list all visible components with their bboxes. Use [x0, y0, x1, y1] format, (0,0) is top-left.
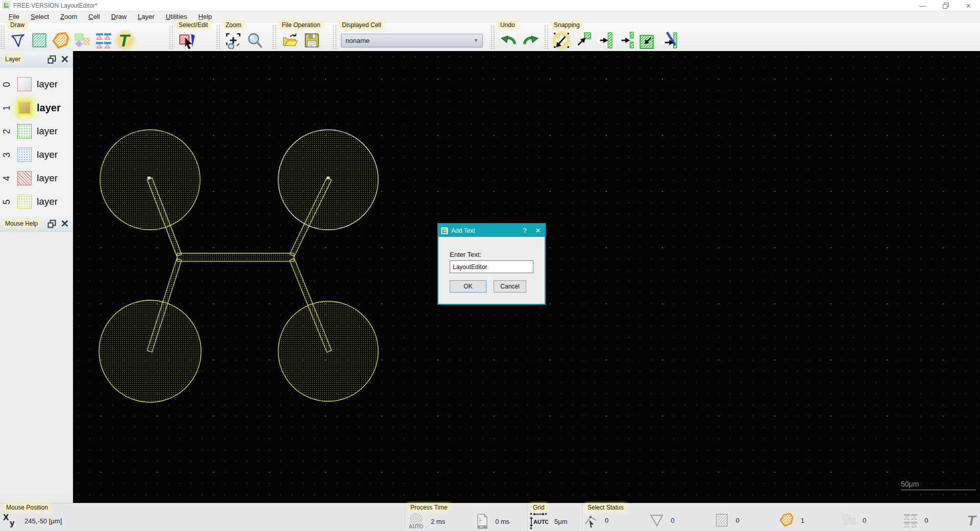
select-status-label: Select Status	[585, 504, 626, 511]
draw-cellref-icon	[95, 32, 112, 49]
dialog-help-button[interactable]: ?	[518, 227, 531, 234]
ok-button[interactable]: OK	[450, 280, 486, 293]
zoom-fit-icon	[225, 32, 242, 49]
layer-panel-float-button[interactable]	[45, 53, 58, 65]
zoom-fit-button[interactable]	[223, 30, 244, 51]
toolbar-group-draw: Draw	[0, 22, 168, 51]
layer-list: 0 layer 1 layer 2 layer 3 layer 4	[0, 67, 73, 215]
mouse-help-close-button[interactable]: ✕	[59, 218, 71, 230]
snap-area-button[interactable]	[636, 30, 658, 51]
toolbar-group-displayed-cell: Displayed Cell noname ▼	[332, 22, 490, 51]
layer-panel-header: Layer ✕	[0, 51, 73, 67]
layer-swatch-5[interactable]	[17, 195, 32, 209]
select-status-section: Select Status 0 0 0	[582, 503, 979, 531]
undo-icon	[500, 31, 518, 50]
layout-editor-window: FREE VERSION LayoutEditor* — ✕ File Sele…	[0, 0, 980, 531]
text-input[interactable]	[450, 260, 533, 273]
menu-zoom[interactable]: Zoom	[55, 12, 83, 21]
snap-intersection-button[interactable]	[658, 30, 679, 51]
snap-corner-button[interactable]	[572, 30, 594, 51]
toolbar-group-zoom: Zoom	[215, 22, 272, 51]
layer-swatch-3[interactable]	[17, 148, 32, 162]
layer-label: layer	[37, 126, 58, 137]
toolbar-group-undo: Undo	[490, 22, 544, 51]
menu-layer[interactable]: Layer	[132, 12, 160, 21]
layer-label: layer	[37, 196, 58, 207]
snap-grid-button[interactable]	[551, 30, 572, 51]
layer-number: 5	[2, 195, 12, 208]
undo-button[interactable]	[498, 30, 520, 51]
layer-swatch-2[interactable]	[17, 124, 32, 138]
magnifier-button[interactable]	[244, 30, 265, 51]
save-file-button[interactable]	[301, 30, 323, 51]
dialog-title: Add Text	[451, 227, 518, 234]
draw-path-icon	[9, 32, 27, 49]
grid-auto-text: AUTO	[533, 519, 548, 525]
layer-row-4[interactable]: 4 layer	[0, 166, 73, 190]
selected-polygons-icon	[778, 513, 795, 528]
grid-label: Grid	[531, 504, 547, 511]
snap-line-button[interactable]	[615, 30, 636, 51]
dialog-title-bar[interactable]: Add Text ? ✕	[438, 224, 545, 237]
menu-select[interactable]: Select	[25, 12, 55, 21]
path-start-mark	[327, 177, 330, 179]
mouse-help-panel-header: Mouse Help ✕	[0, 215, 73, 232]
dialog-close-button[interactable]: ✕	[531, 227, 545, 234]
layer-number: 1	[2, 101, 12, 114]
menu-cell[interactable]: Cell	[83, 12, 105, 21]
draw-path-button[interactable]	[7, 30, 29, 51]
open-file-button[interactable]	[280, 30, 301, 51]
left-dock: Layer ✕ 0 layer 1 layer	[0, 51, 73, 503]
cancel-button[interactable]: Cancel	[494, 280, 526, 293]
mouse-position-section: Mouse Position X y 245,-50 [μm]	[1, 503, 399, 531]
menu-utilities[interactable]: Utilities	[160, 12, 193, 21]
selected-boxes-count: 0	[736, 517, 739, 524]
float-panel-icon	[47, 220, 56, 228]
minimize-button[interactable]: —	[911, 0, 934, 11]
layer-swatch-0[interactable]	[17, 77, 32, 91]
menu-file[interactable]: File	[3, 12, 25, 21]
selected-cellrefs-icon	[903, 513, 918, 528]
snap-line-icon	[617, 31, 635, 50]
process-time-section: Process Time AUTO 2 ms 0 ms	[405, 503, 527, 531]
process-time-value-1: 2 ms	[431, 518, 445, 525]
layer-panel-title: Layer	[4, 56, 22, 63]
select-cursor-icon	[178, 31, 197, 50]
layer-row-1[interactable]: 1 layer	[0, 96, 73, 119]
grid-auto-icon: AUTO	[530, 513, 548, 530]
menu-help[interactable]: Help	[193, 12, 218, 21]
svg-text:y: y	[10, 518, 15, 528]
layer-row-0[interactable]: 0 layer	[0, 73, 73, 96]
draw-polygon-button[interactable]	[50, 30, 71, 51]
save-file-icon	[303, 32, 321, 49]
layer-number: 4	[2, 172, 12, 185]
close-button[interactable]: ✕	[957, 0, 980, 11]
restore-button[interactable]	[934, 0, 957, 11]
layer-swatch-1[interactable]	[17, 101, 32, 115]
select-cursor-button[interactable]	[177, 30, 198, 51]
mouse-help-float-button[interactable]	[45, 218, 58, 230]
draw-box-button[interactable]	[29, 30, 50, 51]
layer-panel-close-button[interactable]: ✕	[59, 53, 71, 65]
layer-number: 2	[2, 125, 12, 138]
group-label-snapping: Snapping	[552, 21, 582, 29]
layer-row-2[interactable]: 2 layer	[0, 119, 73, 143]
center-bar-path	[177, 253, 294, 261]
draw-boxes-button[interactable]	[71, 30, 93, 51]
add-text-dialog: Add Text ? ✕ Enter Text: OK Cancel	[437, 223, 546, 305]
snap-grid-icon	[552, 31, 571, 50]
layer-row-5[interactable]: 5 layer	[0, 190, 73, 213]
selected-cellrefs-count: 0	[924, 517, 928, 524]
snap-edge-button[interactable]	[594, 30, 615, 51]
layer-swatch-4[interactable]	[17, 171, 32, 185]
displayed-cell-combobox[interactable]: noname ▼	[341, 34, 483, 47]
draw-cellref-button[interactable]	[93, 30, 114, 51]
auto-process-icon: AUTO	[407, 513, 425, 530]
selected-vertices-count: 0	[605, 517, 608, 524]
layer-row-3[interactable]: 3 layer	[0, 143, 73, 166]
draw-boxes-icon	[74, 32, 91, 49]
process-time-label: Process Time	[408, 504, 450, 511]
menu-draw[interactable]: Draw	[106, 12, 132, 21]
draw-text-button[interactable]: T	[114, 30, 136, 51]
redo-button[interactable]	[520, 30, 541, 51]
